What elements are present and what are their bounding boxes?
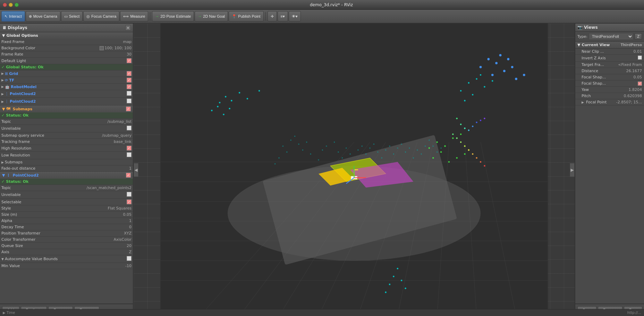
submaps-icon: 🗺	[6, 107, 10, 111]
submaps-unreliable-checkbox[interactable]	[127, 126, 132, 130]
camera-type-button[interactable]: 👁▾	[289, 11, 301, 22]
svg-point-41	[405, 288, 406, 289]
svg-point-104	[413, 157, 414, 159]
pose-estimate-button[interactable]: → 2D Pose Estimate	[152, 11, 194, 22]
svg-point-89	[349, 153, 350, 154]
current-view-section[interactable]: ▼ Current View ThirdPerso	[575, 42, 644, 49]
svg-point-120	[452, 134, 454, 135]
minimize-window-button[interactable]	[9, 3, 13, 7]
svg-point-54	[503, 70, 506, 72]
grid-row[interactable]: ▶ ⊞ Grid	[0, 70, 133, 77]
near-clip-row: Near Clip ... 0.01	[575, 49, 644, 55]
high-resolution-row: High Resolution	[0, 145, 133, 152]
current-view-arrow: ▼	[577, 43, 580, 47]
focus-camera-button[interactable]: ◎ Focus Camera	[83, 11, 119, 22]
svg-point-91	[362, 145, 363, 146]
views-z-button[interactable]: Z	[635, 33, 642, 40]
submaps-checkbox[interactable]	[126, 106, 131, 111]
tf-icon: ⟳	[5, 78, 8, 83]
interaction-mode-button[interactable]: ≡▾	[278, 11, 288, 22]
pitch-row: Pitch 0.620398	[575, 93, 644, 99]
grid-checkbox[interactable]	[127, 71, 132, 76]
svg-point-37	[397, 268, 399, 270]
maximize-window-button[interactable]	[15, 3, 19, 7]
invert-z-checkbox[interactable]	[638, 55, 642, 60]
tf-checkbox[interactable]	[127, 78, 132, 83]
svg-point-77	[302, 150, 303, 151]
select-button[interactable]: ▭ Select	[61, 11, 83, 22]
svg-point-87	[342, 157, 343, 159]
svg-point-31	[484, 86, 485, 88]
interact-button[interactable]: ↖ Interact	[1, 11, 25, 22]
viewport[interactable]: ◀ ▶	[134, 24, 575, 316]
pointcloud2-1-row[interactable]: ▶ ⋮ PointCloud2	[0, 90, 133, 98]
svg-point-35	[472, 94, 474, 96]
global-options-header[interactable]: ▼ Global Options	[0, 32, 133, 39]
pc2-decay-row: Decay Time 0	[0, 224, 133, 230]
pc2-color-transformer-row: Color Transformer AxisColor	[0, 237, 133, 243]
svg-point-80	[310, 153, 311, 154]
robot-model-row[interactable]: ▶ 🤖 RobotModel	[0, 84, 133, 90]
focal-shape2-checkbox[interactable]	[638, 82, 642, 86]
submaps-sub-row[interactable]: ▶ Submaps	[0, 159, 133, 165]
svg-point-23	[239, 92, 240, 94]
measure-icon: ⟺	[123, 14, 129, 19]
close-window-button[interactable]	[3, 3, 7, 7]
pointcloud2-1-icon: ⋮	[5, 92, 9, 96]
pose-estimate-icon: →	[155, 14, 159, 18]
pc2-unreliable-checkbox[interactable]	[127, 192, 132, 197]
high-res-checkbox[interactable]	[127, 146, 132, 151]
svg-point-98	[389, 145, 390, 146]
fade-out-row: Fade-out distance 1	[0, 165, 133, 172]
submaps-header[interactable]: ▼ 🗺 Submaps	[0, 105, 133, 112]
low-res-checkbox[interactable]	[127, 152, 132, 157]
nav-goal-button[interactable]: → 2D Nav Goal	[195, 11, 228, 22]
invert-z-row: Invert Z Axis	[575, 55, 644, 62]
svg-point-33	[492, 80, 493, 82]
svg-point-50	[448, 161, 450, 163]
pc2-autocompute-checkbox[interactable]	[127, 256, 132, 261]
default-light-checkbox[interactable]	[127, 58, 132, 63]
focal-point-arrow: ▶	[582, 101, 584, 104]
displays-close-button[interactable]: ✕	[125, 25, 131, 31]
distance-row: Distance 26.1677	[575, 68, 644, 74]
pc2-selectable-checkbox[interactable]	[127, 199, 132, 204]
right-panel-collapse-button[interactable]: ▶	[570, 163, 575, 177]
svg-point-52	[464, 153, 466, 155]
mode-icon: ≡▾	[281, 14, 285, 19]
submap-query-row: Submap query service /submap_query	[0, 133, 133, 139]
svg-point-99	[393, 153, 394, 154]
pointcloud2-2-row[interactable]: ▶ ⋮ PointCloud2	[0, 98, 133, 105]
views-list: ▼ Current View ThirdPerso Near Clip ... …	[575, 42, 644, 304]
left-panel-collapse-button[interactable]: ◀	[134, 163, 138, 177]
move-camera-icon: ⊕	[29, 14, 32, 19]
tf-row[interactable]: ▶ ⟳ TF	[0, 77, 133, 84]
svg-point-111	[440, 147, 441, 148]
svg-point-108	[429, 139, 430, 140]
background-color-row: Background Color 100; 100; 100	[0, 45, 133, 51]
svg-point-57	[480, 66, 482, 68]
measure-button[interactable]: ⟺ Measure	[120, 11, 148, 22]
svg-point-85	[334, 142, 335, 143]
move-camera-button[interactable]: ⊕ Move Camera	[26, 11, 60, 22]
focal-point-row[interactable]: ▶ Focal Point -2.8507; 15...	[575, 99, 644, 105]
grid-icon: ⊞	[5, 71, 8, 76]
svg-point-25	[211, 110, 213, 111]
pointcloud2-1-checkbox[interactable]	[127, 91, 132, 96]
svg-point-96	[381, 157, 382, 159]
svg-point-103	[409, 147, 410, 148]
robot-model-checkbox[interactable]	[127, 84, 132, 89]
views-type-select[interactable]: ThirdPersonFoll	[589, 33, 633, 40]
publish-point-button[interactable]: 📍 Publish Point	[229, 11, 263, 22]
svg-point-101	[401, 144, 402, 145]
pc2-queue-row: Queue Size 20	[0, 243, 133, 249]
axes-button[interactable]: ✛	[268, 11, 277, 22]
pc2-autocompute-row[interactable]: ▼ Autocompute Value Bounds	[0, 255, 133, 263]
pointcloud2-2-checkbox[interactable]	[127, 99, 132, 103]
svg-point-95	[377, 152, 378, 153]
pointcloud2-detail-checkbox[interactable]	[126, 173, 131, 178]
grid-arrow: ▶	[1, 72, 4, 75]
axes-icon: ✛	[271, 14, 274, 19]
svg-point-56	[511, 66, 514, 68]
pointcloud2-detail-header[interactable]: ▼ ⋮ PointCloud2	[0, 172, 133, 179]
